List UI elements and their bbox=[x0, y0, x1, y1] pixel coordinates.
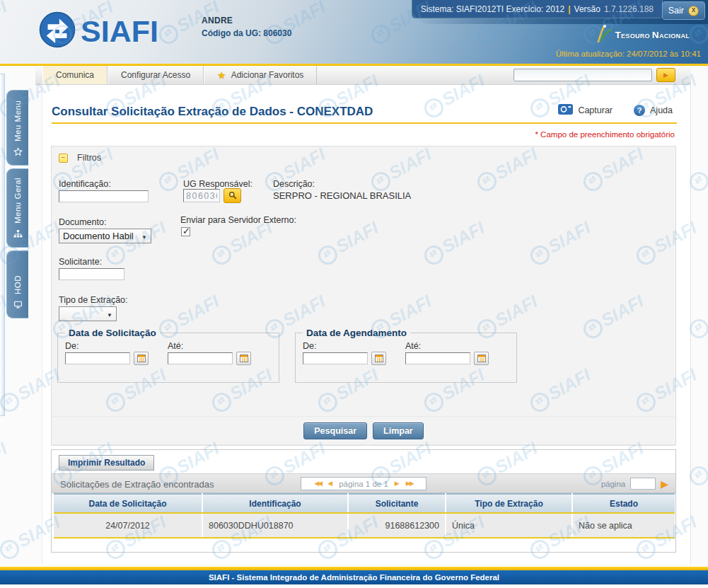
siafi-watermark: SIAFI bbox=[0, 438, 11, 489]
title-underline bbox=[52, 122, 677, 124]
chevron-down-icon bbox=[141, 231, 147, 241]
system-info-divider: | bbox=[568, 4, 570, 14]
tab-comunica-label: Comunica bbox=[56, 70, 94, 80]
pagination-text: página 1 de 1 bbox=[339, 480, 388, 488]
solicitacao-ate-input[interactable] bbox=[168, 352, 233, 364]
identificacao-label: Identificação: bbox=[59, 179, 111, 189]
descricao-label: Descrição: bbox=[273, 179, 315, 189]
agendamento-de-calendar-button[interactable] bbox=[371, 352, 386, 365]
ug-responsavel-label: UG Responsável: bbox=[183, 179, 253, 189]
sidebar-strip bbox=[0, 74, 5, 416]
pagination-control: página 1 de 1 bbox=[301, 477, 426, 490]
sidebar-hod-label: HOD bbox=[13, 258, 22, 294]
star-icon: ★ bbox=[217, 70, 226, 80]
calendar-icon bbox=[375, 352, 383, 365]
imprimir-resultado-button[interactable]: Imprimir Resultado bbox=[59, 455, 154, 471]
collapse-icon[interactable] bbox=[59, 154, 68, 163]
sitemap-icon bbox=[13, 229, 23, 241]
documento-select[interactable]: Documento Habil bbox=[59, 229, 151, 243]
solicitacao-ate-calendar-button[interactable] bbox=[236, 352, 251, 365]
tab-comunica[interactable]: Comunica bbox=[42, 66, 108, 84]
tesouro-ribbon-icon bbox=[594, 24, 613, 46]
siafi-logo-text: SIAFI bbox=[81, 16, 158, 47]
first-page-button[interactable] bbox=[314, 480, 321, 487]
quick-search-input[interactable] bbox=[513, 69, 652, 81]
solicitacao-de-input[interactable] bbox=[65, 352, 130, 364]
column-header-data-solicitacao: Data de Solicitação bbox=[54, 493, 202, 512]
results-header-bar: Solicitações de Extração encontradas pág… bbox=[52, 473, 675, 493]
servidor-externo-checkbox[interactable] bbox=[181, 227, 190, 236]
servidor-externo-label: Enviar para Servidor Externo: bbox=[180, 215, 296, 225]
cell-estado: Não se aplica bbox=[573, 514, 675, 537]
logout-button[interactable]: Sair bbox=[662, 1, 705, 20]
ug-code-label: Código da UG: bbox=[202, 28, 261, 38]
version-value: 1.7.1226.188 bbox=[604, 4, 654, 14]
previous-page-button[interactable] bbox=[327, 480, 332, 487]
page-jump-input[interactable] bbox=[630, 478, 656, 490]
table-header-row: Data de Solicitação Identificação Solici… bbox=[54, 493, 675, 512]
app-window: SIAFI ANDRE Código da UG: 806030 Sistema… bbox=[0, 0, 708, 588]
documento-selected-value: Documento Habil bbox=[63, 231, 134, 241]
column-header-estado: Estado bbox=[573, 493, 675, 512]
ug-lookup-button[interactable] bbox=[224, 188, 241, 203]
results-panel: Imprimir Resultado Solicitações de Extra… bbox=[51, 449, 676, 553]
chevron-down-icon bbox=[107, 309, 112, 319]
page-jump: página bbox=[601, 478, 668, 490]
agendamento-de-input[interactable] bbox=[303, 352, 368, 364]
last-update-text: Última atualização: 24/07/2012 às 10:41 bbox=[556, 50, 701, 58]
agendamento-ate-label: Até: bbox=[405, 341, 421, 351]
quick-search-go-button[interactable] bbox=[656, 68, 675, 82]
brand-text-nacional: Nacional bbox=[652, 30, 690, 40]
footer-text: SIAFI - Sistema Integrado de Administraç… bbox=[0, 570, 708, 584]
results-table: Data de Solicitação Identificação Solici… bbox=[54, 493, 675, 538]
page-title: Consultar Solicitação Extração de Dados … bbox=[52, 105, 373, 119]
limpar-button[interactable]: Limpar bbox=[373, 422, 424, 439]
tipo-extracao-select[interactable] bbox=[59, 306, 117, 321]
tab-configurar-acesso[interactable]: Configurar Acesso bbox=[108, 66, 204, 84]
solicitacao-de-calendar-button[interactable] bbox=[134, 352, 149, 365]
main-tabbar: Comunica Configurar Acesso ★ Adicionar F… bbox=[35, 66, 691, 85]
help-button[interactable]: Ajuda bbox=[634, 105, 673, 116]
column-header-solicitante: Solicitante bbox=[349, 493, 445, 512]
tesouro-nacional-logo: TesouroNacional bbox=[594, 24, 690, 46]
logout-label: Sair bbox=[668, 6, 684, 16]
help-question-icon bbox=[634, 105, 645, 116]
identificacao-input[interactable] bbox=[59, 190, 149, 202]
calendar-icon bbox=[477, 352, 486, 365]
pesquisar-button[interactable]: Pesquisar bbox=[303, 422, 367, 439]
page-jump-go-button[interactable] bbox=[661, 478, 668, 490]
solicitante-label: Solicitante: bbox=[59, 257, 102, 267]
sidebar-meu-menu-label: Meu Menu bbox=[13, 98, 22, 142]
sidebar-item-hod[interactable]: HOD bbox=[6, 250, 28, 318]
capture-button[interactable]: Capturar bbox=[558, 104, 613, 117]
ug-code-line: Código da UG: 806030 bbox=[202, 28, 291, 38]
solicitante-input[interactable] bbox=[59, 268, 124, 280]
data-solicitacao-group: Data de Solicitação De: Até: bbox=[57, 328, 279, 383]
last-page-button[interactable] bbox=[406, 480, 413, 487]
capture-label: Capturar bbox=[578, 105, 613, 115]
main-content: Consultar Solicitação Extração de Dados … bbox=[42, 85, 691, 564]
page-jump-label: página bbox=[601, 480, 626, 488]
next-page-button[interactable] bbox=[395, 480, 400, 487]
sidebar-tabs: Meu Menu Menu Geral HOD bbox=[6, 90, 28, 318]
user-block: ANDRE Código da UG: 806030 bbox=[202, 16, 291, 38]
agendamento-ate-input[interactable] bbox=[405, 352, 470, 364]
descricao-value: SERPRO - REGIONAL BRASILIA bbox=[273, 190, 411, 201]
actions-row: Pesquisar Limpar bbox=[51, 416, 676, 445]
brand-text-tesouro: Tesouro bbox=[615, 30, 649, 40]
calendar-icon bbox=[240, 352, 248, 365]
siafi-logo-icon bbox=[39, 11, 76, 51]
data-agendamento-group: Data de Agendamento De: Até: bbox=[295, 328, 517, 383]
magnifier-icon bbox=[228, 190, 237, 202]
sidebar-item-meu-menu[interactable]: Meu Menu bbox=[6, 90, 28, 166]
required-fields-note: * Campo de preenchimento obrigatório bbox=[535, 130, 675, 139]
logout-x-icon bbox=[688, 6, 699, 16]
column-header-identificacao: Identificação bbox=[203, 493, 347, 512]
filters-panel: Filtros Identificação: UG Responsável: D… bbox=[51, 146, 676, 446]
solicitacao-de-label: De: bbox=[65, 341, 79, 351]
tab-adicionar-favoritos[interactable]: ★ Adicionar Favoritos bbox=[204, 66, 317, 84]
agendamento-ate-calendar-button[interactable] bbox=[474, 352, 489, 365]
sidebar-item-menu-geral[interactable]: Menu Geral bbox=[6, 168, 28, 248]
ug-responsavel-input[interactable] bbox=[183, 189, 220, 202]
table-row[interactable]: 24/07/2012 806030DDHU018870 91688612300 … bbox=[54, 514, 675, 537]
